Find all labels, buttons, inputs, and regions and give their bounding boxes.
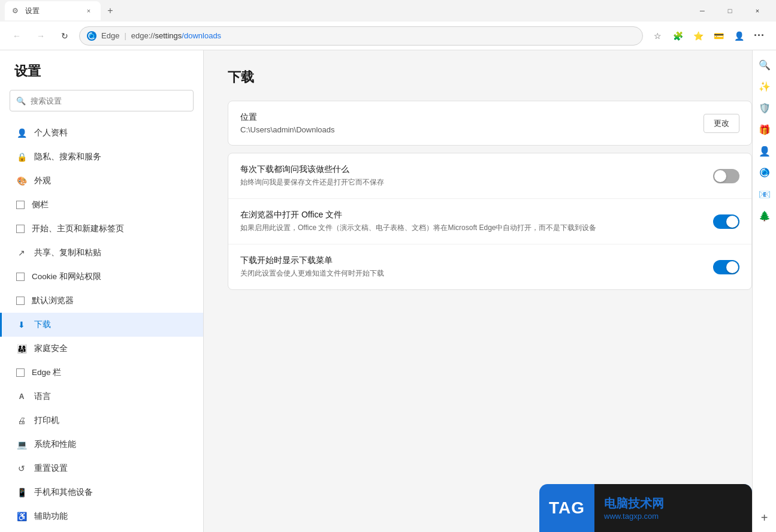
left-sidebar: 设置 🔍 👤 个人资料 🔒 隐私、搜索和服务 🎨 外观 侧栏 开始、主页和新建标…	[0, 50, 204, 532]
open-office-row: 在浏览器中打开 Office 文件 如果启用此设置，Office 文件（演示文稿…	[228, 199, 751, 244]
collections-icon[interactable]: ⭐	[689, 26, 708, 46]
nav-item-about[interactable]: 关于 Microsoft Edge	[0, 528, 203, 532]
tab-settings-label: 设置	[25, 6, 40, 16]
nav-item-print[interactable]: 🖨 打印机	[0, 409, 203, 433]
watermark-url: www.tagxp.com	[604, 512, 742, 521]
sidebar-nav-icon	[16, 201, 25, 209]
nav-item-cookies[interactable]: Cookie 和网站权限	[0, 265, 203, 289]
address-url: edge://settings/downloads	[131, 31, 221, 40]
sidebar-user-btn[interactable]: 👤	[755, 141, 774, 161]
profile-icon[interactable]: 👤	[729, 26, 748, 46]
nav-item-family[interactable]: 👨‍👩‍👧 家庭安全	[0, 337, 203, 361]
nav-item-appearance[interactable]: 🎨 外观	[0, 169, 203, 193]
appearance-nav-label: 外观	[34, 176, 51, 186]
show-menu-label: 下载开始时显示下载菜单	[240, 255, 701, 266]
favorites-icon[interactable]: ☆	[648, 26, 667, 46]
open-office-toggle-control	[713, 214, 739, 229]
open-office-label: 在浏览器中打开 Office 文件	[240, 210, 701, 220]
nav-item-system[interactable]: 💻 系统和性能	[0, 433, 203, 457]
accessibility-nav-icon: ♿	[16, 511, 27, 522]
sidebar-copilot-btn[interactable]: ✨	[755, 77, 774, 96]
nav-item-accessibility[interactable]: ♿ 辅助功能	[0, 504, 203, 528]
nav-item-start[interactable]: 开始、主页和新建标签页	[0, 217, 203, 241]
search-box[interactable]: 🔍	[10, 90, 194, 111]
options-card: 每次下载都询问我该做些什么 始终询问我是要保存文件还是打开它而不保存 在浏览器中…	[228, 153, 752, 290]
page-title: 下载	[228, 68, 752, 86]
ask-download-label: 每次下载都询问我该做些什么	[240, 164, 701, 175]
new-tab-button[interactable]: +	[102, 2, 119, 19]
nav-item-profile[interactable]: 👤 个人资料	[0, 121, 203, 145]
navbar: ← → ↻ Edge | edge://settings/downloads ☆…	[0, 22, 776, 50]
show-menu-toggle[interactable]	[713, 260, 739, 274]
sidebar-edge-btn[interactable]	[755, 163, 774, 182]
nav-item-edgebar[interactable]: Edge 栏	[0, 361, 203, 385]
accessibility-nav-label: 辅助功能	[34, 511, 68, 522]
mobile-nav-icon: 📱	[16, 487, 27, 498]
url-suffix: /downloads	[182, 31, 221, 40]
nav-item-language[interactable]: A 语言	[0, 385, 203, 409]
privacy-nav-label: 隐私、搜索和服务	[34, 152, 101, 162]
appearance-nav-icon: 🎨	[16, 176, 27, 186]
nav-item-downloads[interactable]: ⬇ 下载	[0, 313, 203, 337]
close-button[interactable]: ×	[744, 0, 771, 22]
search-input[interactable]	[31, 96, 187, 105]
nav-item-reset[interactable]: ↺ 重置设置	[0, 457, 203, 480]
show-menu-toggle-control	[713, 260, 739, 274]
address-bar[interactable]: Edge | edge://settings/downloads	[79, 26, 643, 46]
back-button[interactable]: ←	[7, 26, 26, 46]
reset-nav-label: 重置设置	[34, 463, 68, 474]
active-tab[interactable]: ⚙ 设置 ×	[5, 1, 101, 20]
print-nav-label: 打印机	[34, 415, 59, 426]
maximize-button[interactable]: □	[716, 0, 744, 22]
sidebar-collections-btn[interactable]: 🛡️	[755, 98, 774, 117]
sidebar-search-btn[interactable]: 🔍	[755, 55, 774, 74]
nav-item-default[interactable]: 默认浏览器	[0, 289, 203, 313]
watermark-tag: TAG	[539, 498, 594, 518]
settings-title: 设置	[0, 62, 203, 90]
change-location-button[interactable]: 更改	[703, 114, 739, 133]
window-controls: ─ □ ×	[689, 0, 771, 22]
profile-nav-icon: 👤	[16, 128, 27, 138]
ask-download-toggle-control	[713, 169, 739, 183]
location-value: C:\Users\admin\Downloads	[240, 125, 692, 134]
minimize-button[interactable]: ─	[689, 0, 716, 22]
cookies-nav-label: Cookie 和网站权限	[32, 271, 101, 282]
address-separator: |	[124, 31, 126, 40]
show-menu-row: 下载开始时显示下载菜单 关闭此设置会使人更难知道文件何时开始下载	[228, 244, 751, 289]
watermark-site: 电脑技术网	[604, 495, 742, 512]
extensions-icon[interactable]: 🧩	[668, 26, 687, 46]
ask-download-knob	[714, 170, 726, 182]
open-office-toggle[interactable]	[713, 214, 739, 229]
share-nav-label: 共享、复制和粘贴	[34, 247, 101, 258]
nav-item-mobile[interactable]: 📱 手机和其他设备	[0, 480, 203, 504]
tab-close-button[interactable]: ×	[84, 6, 93, 16]
url-scheme: edge://	[131, 31, 155, 40]
start-nav-icon	[16, 225, 25, 233]
default-nav-label: 默认浏览器	[32, 295, 74, 306]
location-control: 更改	[703, 114, 739, 133]
ask-download-desc: 始终询问我是要保存文件还是打开它而不保存	[240, 177, 701, 188]
nav-item-share[interactable]: ↗ 共享、复制和粘贴	[0, 241, 203, 265]
address-edge-label: Edge	[101, 31, 119, 40]
sidebar-outlook-btn[interactable]: 📧	[755, 185, 774, 204]
titlebar: ⚙ 设置 × + ─ □ ×	[0, 0, 776, 22]
privacy-nav-icon: 🔒	[16, 152, 27, 162]
sidebar-tree-btn[interactable]: 🌲	[755, 206, 774, 225]
downloads-nav-label: 下载	[34, 319, 51, 330]
ask-download-toggle[interactable]	[713, 169, 739, 183]
show-menu-knob	[726, 261, 738, 273]
show-menu-info: 下载开始时显示下载菜单 关闭此设置会使人更难知道文件何时开始下载	[240, 255, 701, 279]
location-info: 位置 C:\Users\admin\Downloads	[240, 112, 692, 134]
menu-button[interactable]: ···	[750, 26, 769, 46]
nav-item-privacy[interactable]: 🔒 隐私、搜索和服务	[0, 145, 203, 169]
downloads-nav-icon: ⬇	[16, 319, 27, 330]
nav-item-sidebar[interactable]: 侧栏	[0, 193, 203, 217]
sidebar-add-btn[interactable]: +	[755, 508, 774, 527]
watermark: TAG 电脑技术网 www.tagxp.com	[539, 484, 752, 532]
sidebar-games-btn[interactable]: 🎁	[755, 120, 774, 139]
wallet-icon[interactable]: 💳	[709, 26, 728, 46]
language-nav-icon: A	[16, 391, 27, 402]
refresh-button[interactable]: ↻	[55, 26, 74, 46]
watermark-right: 电脑技术网 www.tagxp.com	[594, 484, 752, 532]
language-nav-label: 语言	[34, 391, 51, 402]
